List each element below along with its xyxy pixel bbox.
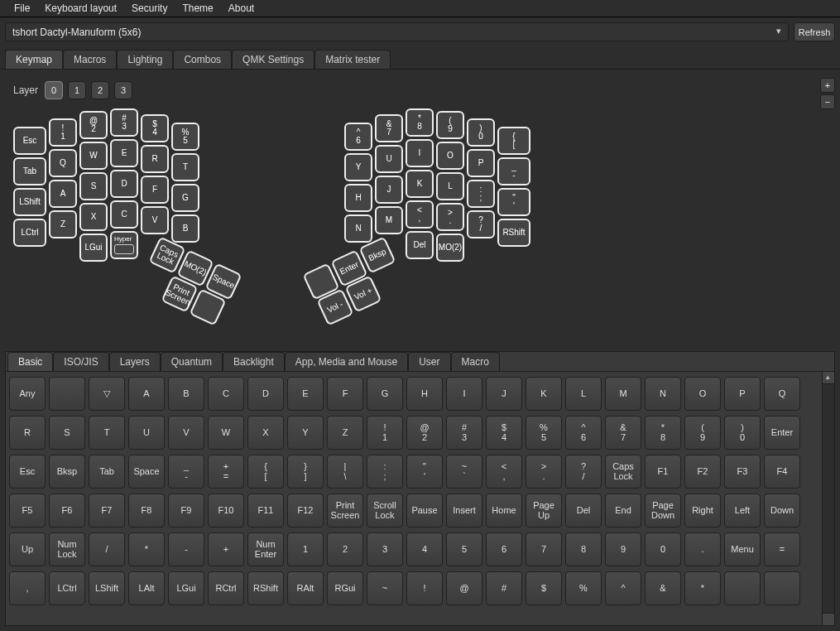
palette-key--[interactable]: ( 9 bbox=[684, 416, 721, 450]
palette-key--[interactable]: ^ bbox=[605, 571, 641, 605]
palette-key--[interactable]: ? / bbox=[565, 455, 602, 489]
palette-key-t[interactable]: T bbox=[89, 416, 125, 450]
palette-key-pause[interactable]: Pause bbox=[406, 494, 443, 527]
palette-key-6[interactable]: 6 bbox=[486, 532, 522, 566]
palette-key-num[interactable]: Num Enter bbox=[247, 532, 284, 566]
palette-key-b[interactable]: B bbox=[168, 377, 204, 411]
palette-key--[interactable]: / bbox=[89, 532, 125, 566]
palette-key-lshift[interactable]: LShift bbox=[89, 571, 125, 605]
palette-key-x[interactable]: X bbox=[247, 416, 284, 450]
palette-key-p[interactable]: P bbox=[724, 377, 761, 411]
key-y[interactable]: Y bbox=[344, 153, 372, 181]
palette-key--[interactable]: $ 4 bbox=[486, 416, 522, 450]
palette-key--[interactable]: { [ bbox=[247, 455, 284, 489]
key-mo-2-[interactable]: MO(2) bbox=[436, 234, 464, 262]
palette-key--[interactable]: , bbox=[9, 571, 46, 605]
layer-button-0[interactable]: 0 bbox=[45, 81, 63, 99]
key--[interactable]: < , bbox=[406, 200, 434, 229]
palette-key-caps[interactable]: Caps Lock bbox=[605, 455, 641, 489]
tab-matrix-tester[interactable]: Matrix tester bbox=[314, 50, 391, 69]
palette-key--[interactable]: = bbox=[764, 532, 800, 566]
layer-button-3[interactable]: 3 bbox=[114, 81, 132, 99]
layer-button-2[interactable]: 2 bbox=[91, 81, 109, 99]
key-f[interactable]: F bbox=[141, 176, 169, 204]
tab-lighting[interactable]: Lighting bbox=[117, 50, 173, 69]
palette-key-s[interactable]: S bbox=[49, 416, 85, 450]
key--[interactable]: " ' bbox=[497, 188, 530, 216]
palette-key-4[interactable]: 4 bbox=[406, 532, 443, 566]
palette-key--[interactable]: . bbox=[684, 532, 721, 566]
key--[interactable]: : ; bbox=[467, 180, 495, 208]
menu-item-about[interactable]: About bbox=[221, 1, 262, 16]
key--[interactable]: & 7 bbox=[375, 114, 403, 142]
palette-key--[interactable]: " ' bbox=[406, 455, 443, 489]
palette-key-c[interactable]: C bbox=[208, 377, 244, 411]
key-rshift[interactable]: RShift bbox=[497, 219, 530, 247]
device-select[interactable]: tshort Dactyl-Manuform (5x6) bbox=[5, 22, 789, 41]
palette-key-k[interactable]: K bbox=[526, 377, 562, 411]
key-i[interactable]: I bbox=[406, 139, 434, 167]
palette-key-page[interactable]: Page Up bbox=[526, 494, 562, 527]
key-o[interactable]: O bbox=[436, 142, 464, 170]
palette-key-rctrl[interactable]: RCtrl bbox=[208, 571, 244, 605]
palette-key--[interactable]: @ bbox=[446, 571, 482, 605]
key-r[interactable]: R bbox=[141, 145, 169, 173]
palette-key-u[interactable]: U bbox=[128, 416, 165, 450]
palette-tab-layers[interactable]: Layers bbox=[109, 352, 161, 371]
key--[interactable]: $ 4 bbox=[141, 114, 169, 142]
palette-key-lalt[interactable]: LAlt bbox=[128, 571, 165, 605]
key-h[interactable]: H bbox=[344, 184, 372, 212]
palette-key-rshift[interactable]: RShift bbox=[247, 571, 284, 605]
key--[interactable]: ^ 6 bbox=[344, 123, 372, 151]
palette-key--[interactable]: ^ 6 bbox=[565, 416, 602, 450]
palette-key-2[interactable]: 2 bbox=[327, 532, 363, 566]
palette-key-up[interactable]: Up bbox=[9, 532, 46, 566]
palette-key--[interactable]: ) 0 bbox=[724, 416, 761, 450]
palette-key--[interactable]: # bbox=[486, 571, 522, 605]
menu-item-theme[interactable]: Theme bbox=[175, 1, 220, 16]
key--[interactable]: _ - bbox=[497, 157, 530, 185]
palette-key-down[interactable]: Down bbox=[764, 494, 800, 527]
palette-key--[interactable]: < , bbox=[486, 455, 522, 489]
key-z[interactable]: Z bbox=[49, 210, 77, 238]
palette-key--[interactable]: @ 2 bbox=[406, 416, 443, 450]
key-m[interactable]: M bbox=[375, 206, 403, 234]
palette-key-f6[interactable]: F6 bbox=[49, 494, 85, 527]
key-hyper[interactable]: Hyper bbox=[110, 231, 138, 259]
palette-key-v[interactable]: V bbox=[168, 416, 204, 450]
palette-key-f12[interactable]: F12 bbox=[287, 494, 324, 527]
palette-key--[interactable]: - bbox=[168, 532, 204, 566]
key-n[interactable]: N bbox=[344, 214, 372, 243]
palette-key--[interactable]: ▽ bbox=[89, 377, 125, 411]
palette-key--[interactable]: $ bbox=[526, 571, 562, 605]
key-s[interactable]: S bbox=[79, 172, 108, 200]
key--[interactable]: > . bbox=[436, 203, 464, 231]
palette-key-r[interactable]: R bbox=[9, 416, 46, 450]
palette-key-ralt[interactable]: RAlt bbox=[287, 571, 324, 605]
tab-keymap[interactable]: Keymap bbox=[5, 50, 63, 69]
palette-key--[interactable]: ! bbox=[406, 571, 443, 605]
palette-key-q[interactable]: Q bbox=[764, 377, 800, 411]
key-v[interactable]: V bbox=[141, 206, 169, 234]
key--[interactable]: % 5 bbox=[171, 123, 199, 151]
palette-key-blank[interactable] bbox=[764, 571, 800, 605]
palette-tab-user[interactable]: User bbox=[408, 352, 450, 371]
palette-tab-basic[interactable]: Basic bbox=[7, 352, 53, 371]
palette-key-d[interactable]: D bbox=[247, 377, 284, 411]
palette-key-f[interactable]: F bbox=[327, 377, 363, 411]
key--[interactable]: * 8 bbox=[406, 108, 434, 137]
palette-key-tab[interactable]: Tab bbox=[89, 455, 125, 489]
palette-key--[interactable]: % 5 bbox=[526, 416, 562, 450]
palette-key-f3[interactable]: F3 bbox=[724, 455, 761, 489]
palette-key-a[interactable]: A bbox=[128, 377, 165, 411]
palette-key-f11[interactable]: F11 bbox=[247, 494, 284, 527]
palette-key-insert[interactable]: Insert bbox=[446, 494, 482, 527]
palette-key-z[interactable]: Z bbox=[327, 416, 363, 450]
palette-key-h[interactable]: H bbox=[406, 377, 443, 411]
key-q[interactable]: Q bbox=[49, 149, 77, 177]
palette-key-7[interactable]: 7 bbox=[526, 532, 562, 566]
palette-key--[interactable]: & bbox=[645, 571, 681, 605]
palette-tab-macro[interactable]: Macro bbox=[451, 352, 500, 371]
key-l[interactable]: L bbox=[436, 172, 464, 200]
key--[interactable]: { [ bbox=[497, 127, 530, 155]
